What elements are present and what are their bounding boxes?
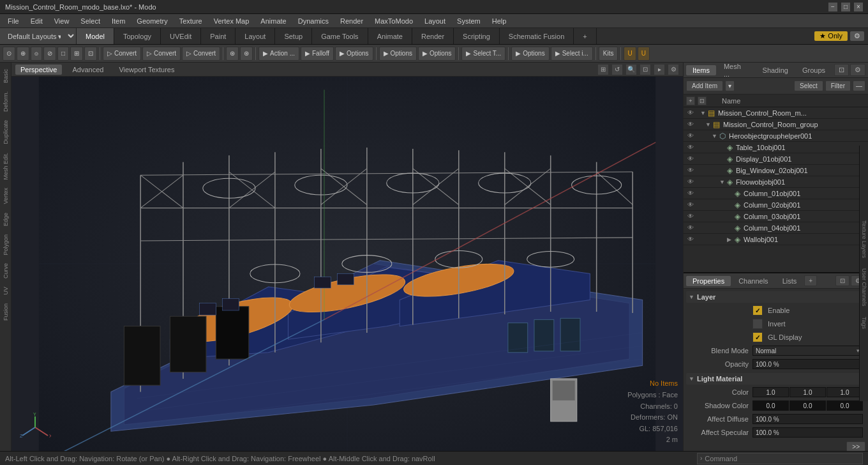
shadow-g[interactable]: 0.0 <box>789 400 826 411</box>
tb-mode4[interactable]: ⊘ <box>43 47 56 61</box>
tb-snap2[interactable]: ⊛ <box>240 47 253 61</box>
item-row[interactable]: 👁 ▼ ▤ Mission_Control_Room_m... <box>684 107 868 119</box>
expand-icon[interactable]: ▼ <box>719 179 726 185</box>
vp-ctrl-config[interactable]: ⚙ <box>668 64 679 75</box>
only-button[interactable]: ★ Only <box>814 31 848 41</box>
add-item-button[interactable]: Add Item <box>686 80 723 91</box>
maximize-button[interactable]: □ <box>841 3 850 11</box>
tb-mode2[interactable]: ⊕ <box>17 47 29 61</box>
tab-add[interactable]: + <box>574 28 596 44</box>
panel-tab-items[interactable]: Items <box>686 65 716 75</box>
tab-paint[interactable]: Paint <box>201 28 236 44</box>
vp-ctrl-fit[interactable]: ⊡ <box>640 64 651 75</box>
eye-icon[interactable]: 👁 <box>686 120 695 129</box>
color-b[interactable]: 1.0 <box>827 387 863 397</box>
panel-expand-btn[interactable]: ⊡ <box>834 64 849 76</box>
viewport-3d[interactable]: No Items Polygons : Face Channels: 0 Def… <box>11 77 683 451</box>
filter-arrow[interactable]: — <box>853 80 865 91</box>
tb-snap1[interactable]: ⊛ <box>226 47 239 61</box>
vp-ctrl-grid[interactable]: ⊞ <box>597 64 609 75</box>
props-tab-channels[interactable]: Channels <box>732 276 774 286</box>
menu-dynamics[interactable]: Dynamics <box>293 16 334 26</box>
tb-convert3[interactable]: ▷ Convert <box>182 47 220 61</box>
item-row[interactable]: 👁 ▶ ◈ Big_Window_02obj001 <box>684 165 868 176</box>
tab-uvedit[interactable]: UVEdit <box>161 28 201 44</box>
vp-tab-textures[interactable]: Viewport Textures <box>114 65 179 75</box>
tab-animate[interactable]: Animate <box>368 28 412 44</box>
eye-icon[interactable]: 👁 <box>686 143 695 152</box>
expand-icon[interactable]: ▼ <box>700 110 707 116</box>
tb-falloff[interactable]: ▶ Falloff <box>301 47 334 61</box>
item-row[interactable]: 👁 ▼ ◈ Floowobjobj001 <box>684 176 868 188</box>
menu-edit[interactable]: Edit <box>26 16 48 26</box>
select-button[interactable]: Select <box>794 80 823 91</box>
light-material-section-header[interactable]: ▼ Light Material <box>686 373 865 385</box>
item-row[interactable]: 👁 ▶ ◈ Table_10obj001 <box>684 142 868 153</box>
panel-tab-mesh[interactable]: Mesh ... <box>717 61 755 79</box>
tb-options4[interactable]: ▶ Options <box>511 47 549 61</box>
tb-options1[interactable]: ▶ Options <box>335 47 373 61</box>
sidebar-item-deform[interactable]: Deform. <box>1 88 10 116</box>
item-row[interactable]: 👁 ▶ ◈ Column_01obj001 <box>684 188 868 199</box>
add-item-arrow[interactable]: ▾ <box>725 80 735 91</box>
eye-icon[interactable]: 👁 <box>686 178 695 187</box>
vp-ctrl-rotate[interactable]: ↺ <box>611 64 623 75</box>
expand-icon[interactable]: ▼ <box>705 121 712 128</box>
tb-mode6[interactable]: ⊞ <box>70 47 83 61</box>
vp-ctrl-zoom[interactable]: 🔍 <box>625 64 637 75</box>
tb-select-t[interactable]: ▶ Select T... <box>461 47 505 61</box>
shadow-r[interactable]: 0.0 <box>752 400 789 411</box>
panel-config-btn[interactable]: ⚙ <box>850 64 865 76</box>
col-add-icon[interactable]: + <box>686 96 695 105</box>
tb-convert2[interactable]: ▷ Convert <box>142 47 181 61</box>
sidebar-item-fusion[interactable]: Fusion <box>1 300 10 324</box>
blend-mode-dropdown[interactable]: Normal ▾ <box>752 346 863 356</box>
panel-tab-shading[interactable]: Shading <box>756 65 795 75</box>
menu-geometry[interactable]: Geometry <box>131 16 172 26</box>
affect-specular-value[interactable]: 100.0 % <box>752 427 863 438</box>
invert-checkbox[interactable] <box>752 319 763 329</box>
layout-select[interactable]: Default Layouts ▾ <box>0 28 77 44</box>
expand-icon[interactable]: ▼ <box>712 133 718 139</box>
minimize-button[interactable]: − <box>828 3 837 11</box>
color-g[interactable]: 1.0 <box>789 387 826 397</box>
layer-section-header[interactable]: ▼ Layer <box>686 291 865 303</box>
close-button[interactable]: × <box>854 3 863 11</box>
menu-file[interactable]: File <box>3 16 24 26</box>
eye-icon[interactable]: 👁 <box>686 189 695 198</box>
sidebar-item-edge[interactable]: Edge <box>1 209 10 230</box>
filter-button[interactable]: Filter <box>825 80 851 91</box>
tb-mode1[interactable]: ⊙ <box>3 47 15 61</box>
user-channels-tab[interactable]: User Channels <box>860 266 868 309</box>
sidebar-item-duplicate[interactable]: Duplicate <box>1 116 10 148</box>
eye-icon[interactable]: 👁 <box>686 224 695 232</box>
sidebar-item-mesh-edit[interactable]: Mesh Edit. <box>1 149 10 184</box>
props-more-btn[interactable]: >> <box>846 441 865 451</box>
item-row[interactable]: 👁 ▶ ◈ Column_04obj001 <box>684 222 868 234</box>
sidebar-item-vertex[interactable]: Vertex <box>1 184 10 208</box>
tb-unreal1[interactable]: U <box>624 47 636 61</box>
menu-vertex-map[interactable]: Vertex Map <box>209 16 255 26</box>
item-row[interactable]: 👁 ▶ ◈ Wallobj001 <box>684 234 868 245</box>
tags-tab[interactable]: Tags <box>860 314 868 332</box>
eye-icon[interactable]: 👁 <box>686 132 695 141</box>
tab-game-tools[interactable]: Game Tools <box>312 28 368 44</box>
tb-select-i[interactable]: ▶ Select i... <box>551 47 593 61</box>
item-row[interactable]: 👁 ▶ ◈ Column_03obj001 <box>684 211 868 222</box>
panel-tab-groups[interactable]: Groups <box>796 65 832 75</box>
item-row[interactable]: 👁 ▼ ⬡ Heroobjectgrouphelper001 <box>684 130 868 142</box>
menu-help[interactable]: Help <box>487 16 512 26</box>
opacity-value[interactable]: 100.0 % <box>752 359 863 369</box>
tab-model[interactable]: Model <box>77 28 114 44</box>
menu-item[interactable]: Item <box>107 16 130 26</box>
props-tab-lists[interactable]: Lists <box>776 276 804 286</box>
tb-unreal2[interactable]: U <box>638 47 650 61</box>
col-filter-icon[interactable]: ⊡ <box>698 96 707 105</box>
tb-mode7[interactable]: ⊡ <box>84 47 97 61</box>
tb-convert1[interactable]: ▷ Convert <box>103 47 141 61</box>
vp-tab-advanced[interactable]: Advanced <box>67 65 108 75</box>
sidebar-item-polygon[interactable]: Polygon <box>1 231 10 259</box>
tab-render[interactable]: Render <box>412 28 454 44</box>
item-row[interactable]: 👁 ▶ ◈ Display_01obj001 <box>684 153 868 165</box>
tb-action[interactable]: ▶ Action ... <box>258 47 299 61</box>
